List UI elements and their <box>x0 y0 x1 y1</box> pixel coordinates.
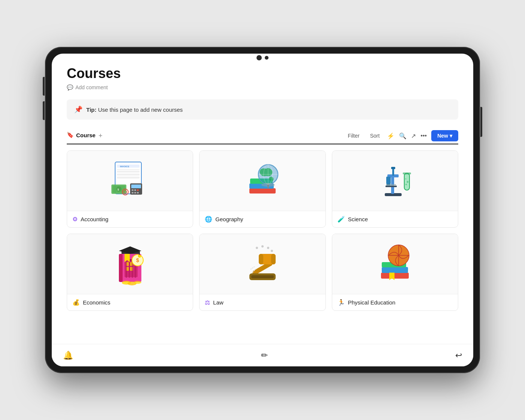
svg-rect-38 <box>386 177 391 184</box>
power-button <box>480 107 482 137</box>
course-card-law[interactable]: ⚖ Law <box>199 234 326 311</box>
tab-course[interactable]: 🔖 Course <box>67 132 96 140</box>
tablet-device: Courses 💬 Add comment 📌 Tip: Use this pa… <box>45 47 480 373</box>
svg-rect-19 <box>134 192 136 194</box>
geography-name: Geography <box>215 216 243 222</box>
tip-text: Tip: Use this page to add new courses <box>86 106 183 113</box>
svg-point-69 <box>134 281 141 284</box>
toolbar: 🔖 Course + Filter Sort ⚡ 🔍 ↗ ••• New ▾ <box>67 130 458 144</box>
notification-icon[interactable]: 🔔 <box>63 351 73 360</box>
svg-rect-37 <box>391 167 395 169</box>
course-label-science: 🧪 Science <box>332 211 458 227</box>
law-icon: ⚖ <box>205 299 210 306</box>
svg-point-71 <box>256 247 258 249</box>
course-image-economics: $ <box>67 234 193 294</box>
new-button-label: New <box>437 133 448 139</box>
law-name: Law <box>213 299 224 306</box>
course-label-law: ⚖ Law <box>200 294 325 310</box>
svg-rect-15 <box>132 189 134 191</box>
physical-education-icon: 🏃 <box>338 299 345 306</box>
svg-rect-49 <box>119 254 123 282</box>
course-grid: INVOICE $ <box>67 150 458 311</box>
svg-rect-20 <box>137 192 139 194</box>
back-icon[interactable]: ↩ <box>455 351 462 360</box>
svg-line-82 <box>250 267 255 270</box>
svg-text:INVOICE: INVOICE <box>120 165 129 168</box>
svg-text:$: $ <box>117 188 119 191</box>
camera-dot <box>256 55 262 60</box>
add-comment-button[interactable]: 💬 Add comment <box>67 84 458 90</box>
svg-text:$: $ <box>136 257 139 263</box>
bottom-bar: 🔔 ✏ ↩ <box>52 344 473 366</box>
sort-button[interactable]: Sort <box>367 131 383 140</box>
link-icon[interactable]: ↗ <box>411 132 416 140</box>
course-card-economics[interactable]: $ <box>67 234 193 311</box>
tab-course-label: Course <box>76 132 96 138</box>
volume-button-1 <box>43 77 45 96</box>
course-image-science <box>332 151 458 211</box>
tablet-screen: Courses 💬 Add comment 📌 Tip: Use this pa… <box>52 54 473 366</box>
science-name: Science <box>348 216 368 222</box>
more-icon[interactable]: ••• <box>420 132 427 139</box>
course-label-geography: 🌐 Geography <box>200 211 325 227</box>
svg-rect-77 <box>259 254 263 264</box>
svg-rect-5 <box>117 174 140 176</box>
accounting-icon: ⚙ <box>72 216 78 223</box>
camera-dot2 <box>265 56 268 60</box>
svg-point-47 <box>405 178 406 180</box>
tip-bar: 📌 Tip: Use this page to add new courses <box>67 99 458 120</box>
course-label-accounting: ⚙ Accounting <box>67 211 193 227</box>
svg-rect-83 <box>381 273 409 279</box>
course-image-accounting: INVOICE $ <box>67 151 193 211</box>
geography-icon: 🌐 <box>205 216 212 223</box>
lightning-icon[interactable]: ⚡ <box>387 132 394 140</box>
svg-rect-80 <box>251 275 274 278</box>
comment-icon: 💬 <box>67 84 73 90</box>
svg-rect-84 <box>382 267 408 273</box>
svg-marker-86 <box>389 273 394 280</box>
accounting-name: Accounting <box>81 216 108 222</box>
camera-area <box>256 55 268 60</box>
main-content: Courses 💬 Add comment 📌 Tip: Use this pa… <box>52 54 473 344</box>
svg-point-74 <box>271 250 273 252</box>
science-icon: 🧪 <box>338 216 345 223</box>
search-icon[interactable]: 🔍 <box>399 132 406 140</box>
volume-button-2 <box>43 101 45 120</box>
svg-rect-16 <box>134 189 136 191</box>
add-comment-label: Add comment <box>75 84 108 90</box>
course-label-physical-education: 🏃 Physical Education <box>332 294 458 310</box>
svg-rect-17 <box>137 189 139 191</box>
svg-rect-14 <box>131 184 141 188</box>
course-image-law <box>200 234 325 294</box>
course-image-physical-education <box>332 234 458 294</box>
svg-rect-18 <box>132 192 134 194</box>
svg-rect-57 <box>129 259 130 278</box>
add-tab-button[interactable]: + <box>99 132 103 140</box>
svg-point-45 <box>405 184 407 185</box>
svg-rect-41 <box>386 184 396 186</box>
svg-point-46 <box>407 181 409 183</box>
svg-rect-44 <box>403 172 411 174</box>
filter-button[interactable]: Filter <box>345 131 363 140</box>
bookmark-icon: 🔖 <box>67 132 74 138</box>
new-chevron-icon: ▾ <box>450 133 452 139</box>
svg-point-72 <box>261 245 264 248</box>
pin-icon: 📌 <box>74 105 82 114</box>
page-title: Courses <box>67 66 458 81</box>
svg-rect-56 <box>126 259 127 278</box>
toolbar-actions: Filter Sort ⚡ 🔍 ↗ ••• New ▾ <box>345 130 458 141</box>
svg-rect-78 <box>271 254 276 264</box>
new-button[interactable]: New ▾ <box>431 130 458 141</box>
economics-name: Economics <box>83 299 110 306</box>
course-card-geography[interactable]: 🌐 Geography <box>199 150 326 228</box>
edit-icon[interactable]: ✏ <box>261 351 268 360</box>
course-card-accounting[interactable]: INVOICE $ <box>67 150 193 228</box>
svg-rect-6 <box>117 177 140 178</box>
course-label-economics: 💰 Economics <box>67 294 193 310</box>
course-card-physical-education[interactable]: 🏃 Physical Education <box>332 234 458 311</box>
course-card-science[interactable]: 🧪 Science <box>332 150 458 228</box>
svg-point-73 <box>267 247 269 249</box>
economics-icon: 💰 <box>72 299 80 306</box>
svg-point-66 <box>138 255 141 258</box>
physical-education-name: Physical Education <box>348 299 396 306</box>
